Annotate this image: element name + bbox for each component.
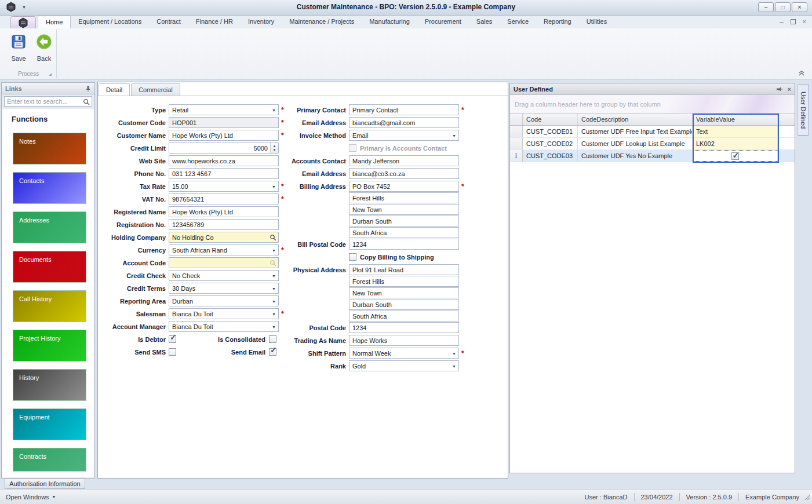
ribbon-tab-procurement[interactable]: Procurement — [417, 16, 469, 28]
open-windows-menu[interactable]: Open Windows ▼ — [6, 494, 56, 501]
notes-button[interactable]: Notes — [13, 133, 86, 165]
resize-grip-icon[interactable] — [803, 494, 810, 502]
billing-address-line5[interactable]: South Africa — [349, 227, 459, 238]
mdi-close-button[interactable]: × — [803, 18, 806, 25]
user-defined-panel: User Defined × Drag a column header here… — [509, 83, 795, 473]
account-manager-label: Account Manager — [100, 323, 169, 330]
cell-code[interactable]: CUST_CODE02 — [523, 138, 578, 149]
back-button[interactable]: Back — [32, 33, 56, 62]
copy-billing-label: Copy Billing to Shipping — [360, 254, 434, 261]
application-button[interactable] — [10, 16, 36, 28]
cell-filler — [778, 138, 795, 149]
cell-code[interactable]: CUST_CODE01 — [523, 126, 578, 137]
contracts-button[interactable]: Contracts — [13, 448, 86, 472]
ribbon-tab-maintenance-projects[interactable]: Maintenance / Projects — [282, 16, 362, 28]
rank-dropdown[interactable]: Gold▼ — [349, 360, 459, 371]
equipment-button[interactable]: Equipment — [13, 408, 86, 440]
pin-icon[interactable] — [85, 85, 91, 92]
ribbon-collapse-chevron-icon[interactable] — [798, 70, 805, 77]
back-button-label: Back — [32, 55, 56, 62]
cell-description[interactable]: Customer UDF Yes No Example — [578, 150, 693, 162]
call-history-button[interactable]: Call History — [13, 290, 86, 322]
minimize-button[interactable]: – — [758, 2, 774, 12]
cell-variablevalue-checkbox-cell[interactable]: ✓ — [693, 150, 778, 162]
ribbon-tab-inventory[interactable]: Inventory — [241, 16, 282, 28]
chevron-down-icon[interactable]: ▼ — [452, 364, 456, 368]
group-by-bar[interactable]: Drag a column header here to group by th… — [510, 95, 795, 114]
ribbon-tab-contract[interactable]: Contract — [149, 16, 188, 28]
contracts-button-label: Contracts — [19, 453, 46, 460]
billing-address-line4[interactable]: Durban South — [349, 216, 459, 227]
shift-pattern-dropdown[interactable]: Normal Week▼ — [349, 348, 459, 359]
dock-tab-label: User Defined — [800, 92, 807, 129]
maximize-button[interactable]: □ — [775, 2, 791, 12]
cell-code[interactable]: CUST_CODE03 — [523, 150, 578, 162]
physical-address-line4[interactable]: Durban South — [349, 299, 459, 310]
email-address-2-field[interactable]: bianca@co3.co.za — [349, 168, 459, 179]
cell-description[interactable]: Customer UDF Lookup List Example — [578, 138, 693, 149]
cell-variablevalue[interactable]: Text — [693, 126, 778, 137]
bill-postal-code-field[interactable]: 1234 — [349, 239, 459, 250]
grid-row-1[interactable]: CUST_CODE01 Customer UDF Free Input Text… — [510, 126, 795, 138]
credit-limit-label: Credit Limit — [100, 145, 169, 152]
mdi-restore-button[interactable] — [791, 19, 796, 24]
save-button[interactable]: Save — [7, 33, 30, 62]
trading-as-name-field[interactable]: Hope Works — [349, 335, 459, 346]
column-header-variablevalue[interactable]: VariableValue — [693, 114, 778, 125]
save-button-label: Save — [7, 55, 30, 62]
udf-yes-no-checkbox[interactable]: ✓ — [731, 152, 739, 160]
required-asterisk: * — [461, 106, 464, 114]
trading-as-name-value: Hope Works — [352, 337, 387, 344]
cell-description[interactable]: Customer UDF Free Input Text Example — [578, 126, 693, 137]
is-debtor-checkbox[interactable]: ✓ — [169, 335, 176, 343]
grid-row-3-selected[interactable]: I CUST_CODE03 Customer UDF Yes No Exampl… — [510, 150, 795, 162]
dock-tab-user-defined[interactable]: User Defined — [798, 85, 809, 136]
physical-address-line1[interactable]: Plot 91 Leaf Road — [349, 264, 459, 275]
history-button[interactable]: History — [13, 369, 86, 401]
tab-authorisation-information[interactable]: Authorisation Information — [5, 479, 85, 489]
ribbon-tab-utilities[interactable]: Utilities — [579, 16, 614, 28]
documents-button[interactable]: Documents — [13, 251, 86, 283]
physical-address-line5[interactable]: South Africa — [349, 311, 459, 322]
search-input[interactable] — [5, 97, 92, 106]
pin-icon[interactable] — [776, 86, 783, 92]
ribbon-tab-home[interactable]: Home — [38, 16, 71, 28]
chevron-down-icon[interactable]: ▼ — [452, 134, 456, 138]
ribbon-tab-sales[interactable]: Sales — [469, 16, 500, 28]
billing-address-line3[interactable]: New Town — [349, 204, 459, 215]
mdi-minimize-button[interactable]: – — [780, 18, 783, 25]
close-panel-icon[interactable]: × — [788, 86, 791, 93]
addresses-button[interactable]: Addresses — [13, 211, 86, 243]
physical-address-line3[interactable]: New Town — [349, 287, 459, 298]
copy-billing-checkbox[interactable] — [349, 253, 356, 261]
bill-postal-code-label: Bill Postal Code — [262, 241, 349, 248]
grid-row-2[interactable]: CUST_CODE02 Customer UDF Lookup List Exa… — [510, 138, 795, 150]
column-header-code[interactable]: Code — [523, 114, 578, 125]
email-address-field[interactable]: biancadts@gmail.com — [349, 117, 459, 128]
tab-commercial[interactable]: Commercial — [131, 83, 180, 96]
billing-address-line1[interactable]: PO Box 7452 — [349, 181, 459, 192]
ribbon-tab-finance-hr[interactable]: Finance / HR — [188, 16, 241, 28]
send-sms-checkbox[interactable] — [169, 348, 176, 356]
accounts-contact-field[interactable]: Mandy Jefferson — [349, 155, 459, 166]
search-icon[interactable] — [83, 98, 90, 107]
invoice-method-dropdown[interactable]: Email▼ — [349, 130, 459, 141]
ribbon-tab-equipment-locations[interactable]: Equipment / Locations — [71, 16, 149, 28]
project-history-button[interactable]: Project History — [13, 330, 86, 361]
cell-variablevalue[interactable]: LK002 — [693, 138, 778, 149]
ribbon-tab-service[interactable]: Service — [500, 16, 536, 28]
billing-address-line2[interactable]: Forest Hills — [349, 192, 459, 203]
column-header-codedescription[interactable]: CodeDescription — [578, 114, 693, 125]
physical-address-line2[interactable]: Forest Hills — [349, 276, 459, 287]
tab-detail[interactable]: Detail — [99, 83, 130, 96]
group-dialog-launcher-icon[interactable] — [49, 73, 52, 76]
contacts-button[interactable]: Contacts — [13, 172, 86, 204]
links-panel-title: Links — [5, 85, 22, 92]
chevron-down-icon[interactable]: ▼ — [452, 352, 456, 356]
close-button[interactable]: × — [792, 2, 807, 12]
primary-contact-field[interactable]: Primary Contact — [349, 104, 459, 115]
postal-code-field[interactable]: 1234 — [349, 322, 459, 333]
postal-code-value: 1234 — [352, 324, 366, 331]
ribbon-tab-reporting[interactable]: Reporting — [536, 16, 579, 28]
ribbon-tab-manufacturing[interactable]: Manufacturing — [362, 16, 417, 28]
